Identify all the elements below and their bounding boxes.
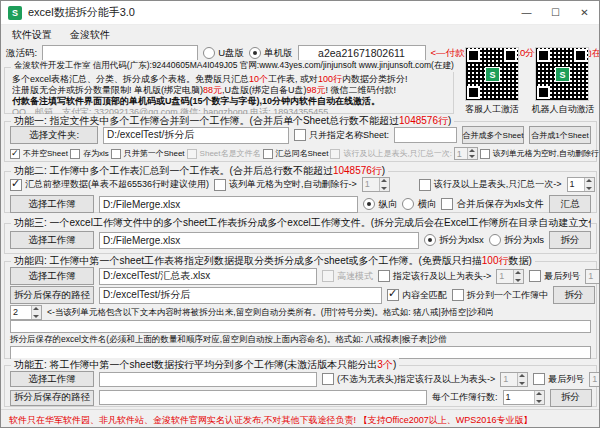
func1-row-options: 不并空Sheet 存为xls 只并第一个Sheet Sheet名是文件名 汇总同… — [10, 147, 591, 160]
spinner-down-icon[interactable] — [514, 276, 523, 283]
merge-to-multi-sheet-button[interactable]: 合并成多个Sheet — [462, 126, 524, 144]
header-rows-checkbox[interactable]: 指定该行及以上为表头-> — [378, 270, 491, 283]
activation-code-input[interactable] — [42, 45, 198, 62]
spinner-arrows[interactable] — [534, 391, 544, 404]
named-sheet-input[interactable] — [394, 127, 457, 143]
qr-code-auto-activation: S — [535, 47, 589, 101]
spinner-down-icon[interactable] — [535, 398, 544, 405]
skip-empty-sheet-checkbox[interactable]: 不并空Sheet — [10, 148, 68, 159]
delete-empty-row-checkbox[interactable]: 该列单元格为空时,自动删除行: — [480, 148, 600, 159]
select-workbook-button[interactable]: 选择工作簿 — [10, 195, 94, 213]
last-column-checkbox[interactable]: 最后列号 — [529, 270, 580, 283]
save-as-xls-checkbox[interactable]: 存为xls — [70, 148, 109, 159]
last-column-spinner[interactable]: 1 — [585, 269, 600, 284]
select-workbook-button[interactable]: 选择工作簿 — [10, 231, 94, 249]
spinner-value: 1 — [504, 391, 534, 404]
save-as-xls-checkbox[interactable]: 合并后保存为xls文件 — [441, 198, 544, 211]
workbook-path-input[interactable] — [99, 196, 358, 213]
spinner-value: 1 — [497, 270, 513, 283]
select-folder-button[interactable]: 选择文件夹: — [10, 126, 98, 144]
merge-run-button[interactable]: 汇总 — [549, 195, 591, 213]
window-title: excel数据拆分能手3.0 — [28, 5, 135, 20]
horizontal-radio[interactable]: 横向 — [402, 198, 436, 211]
delete-empty-row-checkbox[interactable]: 该列单元格为空时,自动删除行-> — [214, 178, 357, 191]
last-column-checkbox[interactable]: 最后列号 — [533, 373, 584, 386]
save-path-input[interactable] — [99, 390, 427, 405]
header-rows-spinner[interactable]: 1 — [496, 269, 524, 284]
column-number-spinner[interactable]: 2 — [10, 305, 42, 320]
func3-group: 功能三: 一个excel工作簿文件中的多个sheet工作表拆分成多个excel工… — [4, 223, 597, 254]
header-rows-spinner[interactable]: 1 — [454, 147, 478, 160]
close-button[interactable]: ✕ — [570, 1, 599, 24]
header-rows-checkbox[interactable]: (不选为无表头)指定该行及以上为表头-> — [322, 373, 495, 386]
workbook-path-input[interactable] — [99, 232, 419, 249]
machine-code-field[interactable] — [298, 45, 426, 62]
select-workbook-button[interactable]: 选择工作簿 — [10, 267, 94, 285]
split-to-xls-radio[interactable]: 拆分为xls — [489, 234, 544, 247]
filenames-hint-label: 拆分后保存的excel文件名(必须和上面的数量和顺序对应,留空则自动按上面内容命… — [10, 334, 447, 346]
spinner-value: 1 — [590, 373, 600, 386]
spinner-arrows[interactable] — [584, 178, 594, 191]
spinner-arrows[interactable] — [517, 373, 527, 386]
title-text: 功能一: 指定文件夹中多个工作簿合并到一个工作簿。(合并后单个Sheet总行数不… — [14, 115, 399, 126]
radio-icon — [203, 47, 215, 59]
split-into-one-workbook-checkbox[interactable]: 拆分到一个工作簿中 — [452, 289, 548, 302]
spinner-arrows[interactable] — [467, 148, 477, 159]
option-label: 拆分为xlsx — [439, 234, 484, 247]
last-column-spinner[interactable]: 1 — [589, 372, 600, 387]
checkbox-icon — [529, 270, 541, 282]
save-path-input[interactable] — [99, 287, 382, 304]
workbook-path-input[interactable] — [99, 268, 317, 285]
header-rows-spinner[interactable]: 1 — [567, 177, 595, 192]
spinner-arrows[interactable] — [379, 178, 389, 191]
title-limit-number: 1048576行 — [399, 115, 448, 126]
title-text: 功能二: 工作簿中多个工作表汇总到一个工作表。(合并后总行数不能超过 — [14, 165, 333, 176]
app-window: S excel数据拆分能手3.0 — ☐ ✕ 软件设置 金浚软件 激活码: U盘… — [0, 0, 600, 428]
delete-empty-row-spinner[interactable]: 1 — [362, 177, 390, 192]
folder-path-input[interactable] — [103, 127, 289, 144]
spinner-down-icon[interactable] — [585, 185, 594, 192]
minimize-button[interactable]: — — [512, 1, 541, 24]
rows-per-workbook-spinner[interactable]: 1 — [503, 390, 545, 405]
first-sheet-only-checkbox[interactable]: 只并第一个Sheet — [111, 148, 185, 159]
vertical-radio[interactable]: 纵向 — [363, 198, 397, 211]
option-label: 最后列号 — [544, 270, 580, 283]
split-run-button[interactable]: 拆分 — [550, 389, 592, 407]
spinner-arrows[interactable] — [513, 270, 523, 283]
spinner-down-icon[interactable] — [468, 154, 477, 160]
merge-same-name-sheet-checkbox[interactable]: 汇总同名Sheet — [263, 148, 329, 159]
menu-software-settings[interactable]: 软件设置 — [3, 27, 61, 43]
header-rows-once-checkbox[interactable]: 该行及以上是表头,只汇总一次-> — [419, 178, 562, 191]
checkbox-icon — [419, 179, 431, 191]
usb-version-radio[interactable]: U盘版 — [203, 47, 244, 60]
sheet-name-is-filename-checkbox: Sheet名是文件名 — [187, 148, 261, 159]
keywords-hint-label: <-当该列单元格包含以下文本内容时将被拆分出来,留空则自动分类所有。(用'|'符… — [47, 307, 494, 319]
exact-match-checkbox[interactable]: 内容全匹配 — [387, 289, 447, 302]
workbook-path-input[interactable] — [99, 372, 317, 387]
menu-jinjun-software[interactable]: 金浚软件 — [61, 27, 119, 43]
merge-to-one-sheet-button[interactable]: 合并成1个Sheet — [529, 126, 591, 144]
save-path-button[interactable]: 拆分后保存的路径 — [10, 286, 94, 304]
spinner-down-icon[interactable] — [518, 379, 527, 386]
func2-title: 功能二: 工作簿中多个工作表汇总到一个工作表。(合并后总行数不能超过104857… — [11, 164, 388, 178]
option-label: (不选为无表头)指定该行及以上为表头-> — [337, 373, 495, 386]
func2-group: 功能二: 工作簿中多个工作表汇总到一个工作表。(合并后总行数不能超过104857… — [4, 171, 597, 213]
save-path-button[interactable]: 拆分后保存的路径 — [10, 390, 94, 406]
select-workbook-button[interactable]: 选择工作簿 — [10, 371, 94, 387]
keywords-input[interactable] — [10, 320, 591, 333]
qr-finder-icon — [537, 86, 550, 99]
checkbox-icon — [111, 149, 121, 159]
split-run-button[interactable]: 拆分 — [553, 286, 595, 304]
split-to-xlsx-radio[interactable]: 拆分为xlsx — [424, 234, 484, 247]
split-run-button[interactable]: 拆分 — [549, 231, 591, 249]
company-info-title: 金浚软件开发工作室 信用代码(广东):92440605MA4I049J05 官网… — [11, 60, 457, 72]
tidy-before-merge-checkbox[interactable]: 汇总前整理数据(单表不超65536行时建议使用) — [10, 178, 209, 191]
checkbox-icon — [378, 270, 390, 282]
spinner-down-icon[interactable] — [380, 185, 389, 192]
named-sheet-checkbox[interactable]: 只并指定名称Sheet: — [294, 129, 389, 142]
spinner-arrows[interactable] — [31, 306, 41, 319]
company-info-group: 金浚软件开发工作室 信用代码(广东):92440605MA4I049J05 官网… — [4, 67, 454, 114]
header-rows-spinner[interactable]: 1 — [500, 372, 528, 387]
maximize-button[interactable]: ☐ — [541, 1, 570, 24]
standalone-version-radio[interactable]: 单机版 — [249, 47, 293, 60]
